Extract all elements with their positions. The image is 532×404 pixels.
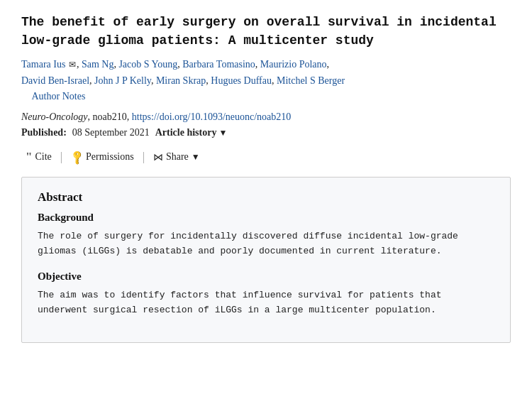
chevron-down-icon: ▼ [218,128,227,138]
published-date: 08 September 2021 [72,127,150,138]
author-jacob-young[interactable]: Jacob S Young [118,59,177,70]
author-barbara-tomasino[interactable]: Barbara Tomasino [182,59,255,70]
article-history-button[interactable]: Article history ▼ [155,127,228,138]
share-label: Share [166,151,189,163]
separator-1: | [60,151,62,163]
separator-2: | [143,151,145,163]
background-heading: Background [38,212,494,224]
author-tamara-ius[interactable]: Tamara Ius [21,59,65,70]
journal-line: Neuro-Oncology, noab210, https://doi.org… [21,111,511,123]
author-hugues-duffau[interactable]: Hugues Duffau [211,75,272,86]
article-history-label: Article history [155,127,217,138]
author-mitchel-berger[interactable]: Mitchel S Berger [277,75,345,86]
abstract-box: Abstract Background The role of surgery … [21,177,511,342]
objective-text: The aim was to identify factors that inf… [38,288,494,318]
journal-volume: noab210 [93,111,127,122]
action-bar: " Cite | 🔑 Permissions | ⋈ Share ▼ [21,148,511,165]
published-label: Published: [21,127,67,138]
abstract-title: Abstract [38,190,494,204]
author-david-ben-israel[interactable]: David Ben-Israel [21,75,89,86]
quote-icon: " [26,150,32,164]
cite-button[interactable]: " Cite [21,148,56,165]
author-john-kelly[interactable]: John J P Kelly [94,75,151,86]
article-title: The benefit of early surgery on overall … [21,13,511,50]
doi-link[interactable]: https://doi.org/10.1093/neuonc/noab210 [132,111,292,122]
share-icon: ⋈ [153,151,163,163]
cite-label: Cite [35,151,51,163]
author-miran-skrap[interactable]: Miran Skrap [156,75,206,86]
permissions-button[interactable]: 🔑 Permissions [67,150,138,165]
journal-name: Neuro-Oncology [21,111,88,122]
share-button[interactable]: ⋈ Share ▼ [149,150,204,165]
share-chevron-icon: ▼ [192,152,200,163]
objective-heading: Objective [38,271,494,283]
email-icon: ✉ [69,58,76,72]
published-line: Published: 08 September 2021 Article his… [21,127,511,138]
key-icon: 🔑 [68,148,85,165]
background-text: The role of surgery for incidentally dis… [38,229,494,259]
author-maurizio-polano[interactable]: Maurizio Polano [260,59,327,70]
author-sam-ng[interactable]: Sam Ng [82,59,114,70]
permissions-label: Permissions [86,151,134,163]
author-notes-link[interactable]: Author Notes [32,91,86,102]
authors-line: Tamara Ius ✉, Sam Ng, Jacob S Young, Bar… [21,57,511,104]
